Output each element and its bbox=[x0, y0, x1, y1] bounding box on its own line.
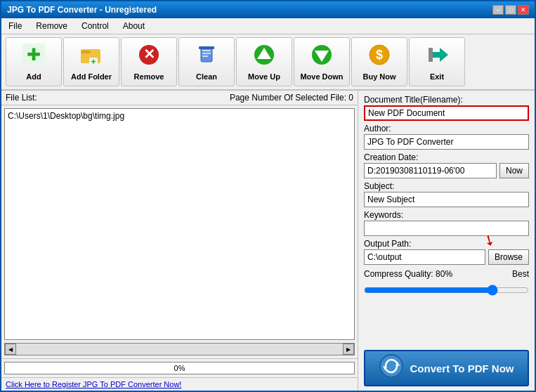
add-icon: ✚ bbox=[22, 44, 45, 70]
compress-label: Compress Quality: 80% bbox=[364, 269, 452, 279]
doc-title-input[interactable] bbox=[364, 105, 529, 121]
move-up-button[interactable]: Move Up bbox=[236, 37, 292, 86]
svg-rect-12 bbox=[199, 46, 214, 49]
progress-bar: 0% bbox=[4, 362, 355, 374]
convert-button[interactable]: Convert To PDF Now bbox=[364, 350, 529, 386]
title-controls: ─ □ ✕ bbox=[492, 5, 529, 15]
minimize-button[interactable]: ─ bbox=[492, 5, 504, 15]
main-window: JPG To PDF Converter - Unregistered ─ □ … bbox=[0, 0, 536, 392]
add-folder-label: Add Folder bbox=[71, 72, 112, 81]
maximize-button[interactable]: □ bbox=[505, 5, 516, 15]
menu-control[interactable]: Control bbox=[77, 20, 113, 32]
left-panel: File List: Page Number Of Selected File:… bbox=[1, 91, 358, 391]
keywords-label: Keywords: bbox=[364, 210, 529, 220]
compress-best-label: Best bbox=[512, 269, 529, 279]
add-folder-button[interactable]: + Add Folder bbox=[63, 37, 119, 86]
page-number-label: Page Number Of Selected File: 0 bbox=[230, 93, 353, 103]
output-path-input[interactable] bbox=[364, 249, 485, 265]
svg-text:+: + bbox=[91, 57, 96, 66]
browse-button[interactable]: Browse bbox=[488, 249, 529, 265]
file-list-box[interactable]: C:\Users\1\Desktop\bg\timg.jpg bbox=[4, 108, 355, 340]
menu-bar: File Remove Control About bbox=[1, 18, 535, 34]
scroll-track[interactable] bbox=[16, 344, 343, 355]
buy-now-icon: $ bbox=[368, 44, 391, 70]
add-button[interactable]: ✚ Add bbox=[6, 37, 62, 86]
file-list-label: File List: bbox=[6, 93, 37, 103]
creation-date-label: Creation Date: bbox=[364, 152, 529, 162]
buy-now-label: Buy Now bbox=[362, 72, 396, 81]
svg-marker-19 bbox=[431, 48, 448, 62]
exit-label: Exit bbox=[430, 72, 444, 81]
svg-text:✚: ✚ bbox=[27, 45, 41, 64]
register-link[interactable]: Click Here to Register JPG To PDF Conver… bbox=[1, 377, 358, 391]
creation-date-row: Now bbox=[364, 163, 529, 178]
main-area: File List: Page Number Of Selected File:… bbox=[1, 91, 535, 391]
author-label: Author: bbox=[364, 124, 529, 133]
author-group: Author: bbox=[364, 124, 529, 150]
creation-date-group: Creation Date: Now bbox=[364, 152, 529, 178]
quality-slider[interactable] bbox=[364, 285, 529, 296]
now-button[interactable]: Now bbox=[499, 163, 529, 178]
close-button[interactable]: ✕ bbox=[518, 5, 529, 15]
move-down-button[interactable]: Move Down bbox=[294, 37, 350, 86]
move-up-icon bbox=[253, 44, 275, 70]
toolbar: ✚ Add + Add Folder ✕ Remove Clean bbox=[1, 34, 535, 91]
menu-file[interactable]: File bbox=[4, 20, 26, 32]
svg-point-21 bbox=[380, 355, 403, 377]
move-up-label: Move Up bbox=[248, 72, 280, 81]
progress-area: 0% bbox=[1, 358, 358, 377]
exit-button[interactable]: Exit bbox=[409, 37, 465, 86]
buy-now-button[interactable]: $ Buy Now bbox=[351, 37, 407, 86]
exit-icon bbox=[426, 44, 448, 70]
scroll-right-button[interactable]: ▶ bbox=[343, 344, 354, 355]
clean-label: Clean bbox=[196, 72, 217, 81]
remove-icon: ✕ bbox=[138, 44, 160, 70]
clean-icon bbox=[195, 44, 218, 70]
horizontal-scrollbar[interactable]: ◀ ▶ bbox=[4, 343, 355, 355]
svg-text:✕: ✕ bbox=[143, 46, 155, 62]
output-path-group: Output Path: ➘ Browse bbox=[364, 239, 529, 265]
doc-title-label: Document Title(Filename): bbox=[364, 95, 529, 105]
right-panel: Document Title(Filename): Author: Creati… bbox=[358, 91, 535, 391]
remove-button[interactable]: ✕ Remove bbox=[121, 37, 177, 86]
subject-input[interactable] bbox=[364, 192, 529, 207]
remove-label: Remove bbox=[134, 72, 164, 81]
move-down-icon bbox=[311, 44, 333, 70]
creation-date-input[interactable] bbox=[364, 163, 497, 178]
add-label: Add bbox=[26, 72, 41, 81]
output-path-label: Output Path: bbox=[364, 239, 529, 249]
subject-label: Subject: bbox=[364, 181, 529, 191]
window-title: JPG To PDF Converter - Unregistered bbox=[7, 5, 157, 15]
slider-area bbox=[364, 283, 529, 297]
svg-rect-11 bbox=[202, 55, 208, 57]
svg-text:$: $ bbox=[376, 48, 383, 62]
convert-icon bbox=[379, 353, 404, 384]
progress-label: 0% bbox=[5, 362, 354, 374]
title-bar: JPG To PDF Converter - Unregistered ─ □ … bbox=[1, 1, 535, 18]
menu-about[interactable]: About bbox=[119, 20, 149, 32]
svg-rect-3 bbox=[81, 51, 91, 53]
keywords-input[interactable] bbox=[364, 221, 529, 236]
svg-rect-20 bbox=[429, 48, 433, 62]
file-item[interactable]: C:\Users\1\Desktop\bg\timg.jpg bbox=[6, 110, 353, 122]
svg-rect-9 bbox=[202, 50, 211, 51]
quality-row: Compress Quality: 80% Best bbox=[364, 268, 529, 280]
add-folder-icon: + bbox=[80, 44, 103, 70]
menu-remove[interactable]: Remove bbox=[32, 20, 72, 32]
keywords-group: Keywords: bbox=[364, 210, 529, 236]
doc-title-group: Document Title(Filename): bbox=[364, 95, 529, 121]
svg-rect-10 bbox=[202, 53, 211, 54]
move-down-label: Move Down bbox=[300, 72, 343, 81]
author-input[interactable] bbox=[364, 134, 529, 150]
output-path-row: Browse bbox=[364, 249, 529, 265]
convert-label: Convert To PDF Now bbox=[410, 362, 514, 374]
subject-group: Subject: bbox=[364, 181, 529, 207]
scroll-left-button[interactable]: ◀ bbox=[5, 344, 16, 355]
clean-button[interactable]: Clean bbox=[178, 37, 235, 86]
file-list-header: File List: Page Number Of Selected File:… bbox=[1, 91, 358, 105]
